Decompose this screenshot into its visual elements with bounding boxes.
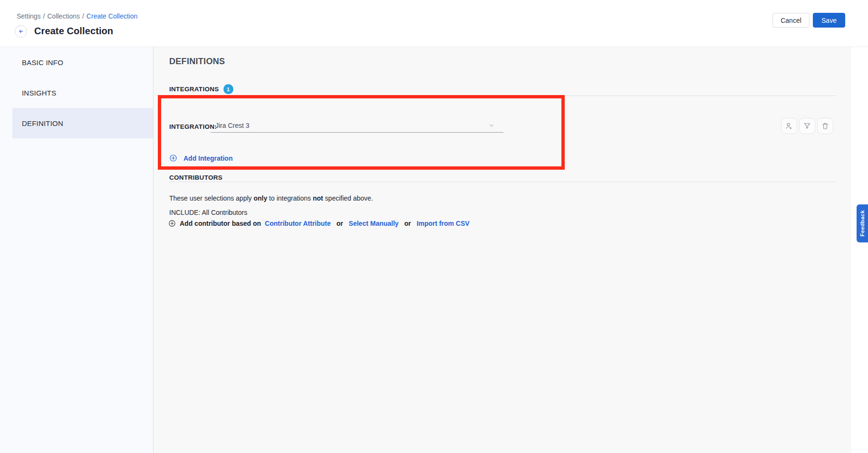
breadcrumb-current[interactable]: Create Collection: [87, 12, 137, 20]
save-button[interactable]: Save: [813, 13, 845, 28]
trash-icon: [821, 122, 829, 130]
sidebar-item-definition[interactable]: DEFINITION: [12, 108, 153, 138]
integrations-count-badge: 1: [223, 84, 233, 94]
integrations-label: INTEGRATIONS: [169, 86, 219, 93]
contributors-divider: [169, 182, 837, 182]
add-integration-label: Add Integration: [183, 154, 232, 162]
note-text: to integrations: [267, 194, 313, 202]
add-contributor-row: Add contributor based on Contributor Att…: [168, 220, 470, 227]
note-text: These user selections apply: [169, 194, 253, 202]
sidebar-item-label: DEFINITION: [22, 119, 63, 127]
sidebar-item-insights[interactable]: INSIGHTS: [12, 77, 153, 108]
note-bold-not: not: [313, 194, 323, 202]
settings-sidebar: BASIC INFO INSIGHTS DEFINITION: [0, 47, 154, 453]
plus-circle-icon[interactable]: [168, 220, 176, 227]
contributor-attribute-link[interactable]: Contributor Attribute: [265, 220, 331, 227]
breadcrumb: Settings / Collections / Create Collecti…: [17, 12, 137, 20]
content-panel: [154, 47, 851, 453]
breadcrumb-separator: /: [43, 12, 45, 20]
breadcrumb-separator: /: [82, 12, 84, 20]
sidebar-item-label: BASIC INFO: [22, 58, 63, 67]
integrations-divider: [169, 96, 837, 96]
add-integration-button[interactable]: Add Integration: [169, 154, 232, 162]
breadcrumb-link-settings[interactable]: Settings: [17, 12, 41, 20]
add-user-button[interactable]: [781, 118, 797, 134]
note-bold-only: only: [253, 194, 267, 202]
user-add-icon: [785, 122, 793, 130]
page-title: Create Collection: [34, 26, 113, 37]
feedback-tab-label: Feedback: [859, 210, 865, 236]
feedback-tab[interactable]: Feedback: [857, 204, 868, 242]
plus-circle-icon: [169, 154, 177, 162]
sidebar-item-basic-info[interactable]: BASIC INFO: [12, 47, 153, 77]
contributors-label: CONTRIBUTORS: [169, 174, 222, 181]
add-contributor-prefix: Add contributor based on: [180, 220, 261, 227]
integration-select[interactable]: Jira Crest 3: [211, 119, 503, 133]
integration-select-value: Jira Crest 3: [211, 122, 250, 129]
cancel-button[interactable]: Cancel: [772, 13, 810, 28]
include-contributors-line: INCLUDE: All Contributors: [169, 209, 247, 216]
or-text: or: [335, 220, 345, 227]
note-text: specified above.: [323, 194, 373, 202]
filter-button[interactable]: [799, 118, 815, 134]
contributors-note: These user selections apply only to inte…: [169, 194, 373, 202]
integrations-section-header: INTEGRATIONS 1: [169, 84, 233, 94]
arrow-left-icon: [18, 28, 24, 35]
delete-button[interactable]: [817, 118, 833, 134]
select-manually-link[interactable]: Select Manually: [349, 220, 399, 227]
definitions-heading: DEFINITIONS: [169, 57, 225, 67]
or-text: or: [403, 220, 413, 227]
sidebar-item-label: INSIGHTS: [22, 89, 56, 97]
integration-row-label: INTEGRATION:: [169, 123, 217, 130]
import-from-csv-link[interactable]: Import from CSV: [416, 220, 469, 227]
filter-icon: [803, 122, 811, 130]
back-button[interactable]: [15, 25, 27, 38]
breadcrumb-link-collections[interactable]: Collections: [47, 12, 79, 20]
chevron-down-icon: [488, 122, 495, 129]
